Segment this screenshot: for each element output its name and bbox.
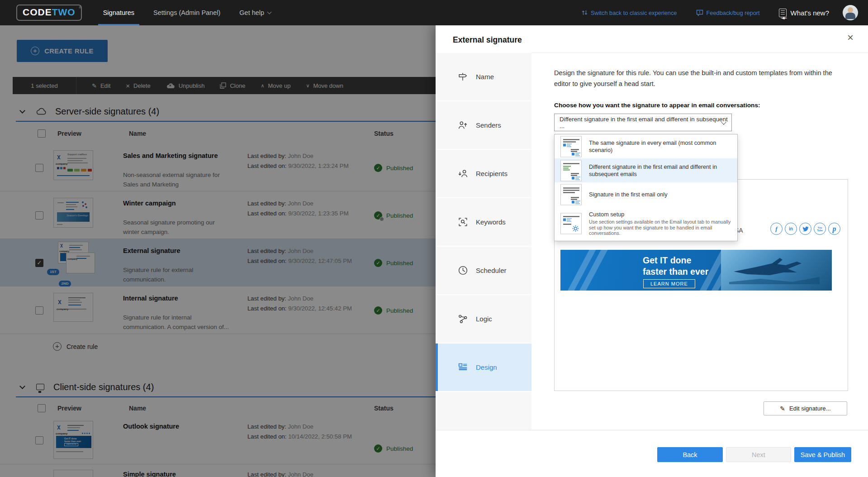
edit-signature-button[interactable]: ✎ Edit signature... xyxy=(764,401,847,415)
promo-banner: Get IT done faster than ever LEARN MORE xyxy=(560,250,832,291)
chevron-down-icon xyxy=(267,10,272,14)
gear-icon xyxy=(572,224,579,232)
banner-line1: Get IT done xyxy=(643,255,691,266)
sidebar-item-keywords[interactable]: Keywords xyxy=(436,198,531,246)
sidebar-item-name[interactable]: Name xyxy=(436,53,531,100)
same-signature-icon xyxy=(560,136,582,157)
clock-icon xyxy=(457,265,469,276)
option-custom-setup[interactable]: Custom setup Use section settings availa… xyxy=(555,206,737,241)
design-layout-icon xyxy=(457,362,469,373)
footer-divider xyxy=(436,430,868,430)
close-icon[interactable]: × xyxy=(844,31,857,44)
save-publish-button[interactable]: Save & Publish xyxy=(794,447,851,462)
keywords-search-icon xyxy=(457,216,469,228)
pencil-icon: ✎ xyxy=(780,405,785,412)
sidebar-item-scheduler[interactable]: Scheduler xyxy=(436,247,531,294)
whats-new-icon: 4 xyxy=(779,9,787,17)
option-different-signature[interactable]: Different signature in the first email a… xyxy=(555,158,737,182)
custom-setup-icon xyxy=(560,213,582,234)
main-nav: Signatures Settings (Admin Panel) Get he… xyxy=(94,0,280,25)
sidebar-filler xyxy=(436,392,531,430)
signpost-icon xyxy=(457,71,469,82)
person-up-arrow-icon xyxy=(457,119,469,131)
option-first-email-only[interactable]: Signature in the first email only xyxy=(555,182,737,206)
feedback-bubble-icon xyxy=(696,10,703,16)
linkedin-icon: in xyxy=(785,223,797,235)
whats-new-button[interactable]: 4 What's new? xyxy=(779,9,829,17)
back-button[interactable]: Back xyxy=(657,447,723,462)
logo-code: CODE xyxy=(23,7,52,17)
facebook-icon: f xyxy=(770,223,783,235)
nav-settings-admin-panel[interactable]: Settings (Admin Panel) xyxy=(144,0,230,25)
person-down-arrow-icon xyxy=(457,168,469,179)
design-step-content: Design the signature for this rule. You … xyxy=(531,53,868,477)
twitter-icon xyxy=(799,223,811,235)
sidebar-item-senders[interactable]: Senders xyxy=(436,101,531,149)
conversation-mode-label: Choose how you want the signature to app… xyxy=(554,102,760,109)
pinterest-icon: p xyxy=(828,223,840,235)
nav-get-help[interactable]: Get help xyxy=(230,0,280,25)
topbar: CODETWO ® Signatures Settings (Admin Pan… xyxy=(0,0,868,25)
nav-signatures[interactable]: Signatures xyxy=(94,0,144,25)
app: CODETWO ® Signatures Settings (Admin Pan… xyxy=(0,0,868,477)
option-same-signature[interactable]: The same signature in every email (most … xyxy=(555,134,737,158)
different-signature-icon xyxy=(560,160,582,181)
registered-mark: ® xyxy=(79,6,82,9)
codetwo-logo[interactable]: CODETWO ® xyxy=(16,5,82,21)
external-signature-dialog: External signature × Name Senders xyxy=(436,25,868,477)
next-button[interactable]: Next xyxy=(726,447,791,462)
sidebar-item-logic[interactable]: Logic xyxy=(436,295,531,343)
dialog-title: External signature xyxy=(453,35,522,45)
dialog-sidebar: Name Senders Recipients xyxy=(436,53,531,430)
conversation-mode-dropdown: The same signature in every email (most … xyxy=(554,134,738,241)
feedback-link[interactable]: Feedback/bug report xyxy=(696,10,760,16)
user-avatar[interactable] xyxy=(843,5,858,20)
social-icons-row: f in YouTube p xyxy=(768,223,840,235)
whats-new-badge: 4 xyxy=(781,18,787,19)
switch-classic-link[interactable]: Switch back to classic experience xyxy=(582,10,677,16)
youtube-icon: YouTube xyxy=(814,223,826,235)
logic-network-icon xyxy=(457,313,469,324)
first-email-only-icon xyxy=(560,184,582,205)
sidebar-item-design[interactable]: Design xyxy=(436,343,531,391)
banner-learn-more: LEARN MORE xyxy=(643,279,695,288)
jet-photo xyxy=(721,250,832,291)
swap-arrows-icon xyxy=(582,10,588,16)
banner-line2: faster than ever xyxy=(643,267,708,277)
conversation-mode-select[interactable]: Different signature in the first email a… xyxy=(554,114,732,131)
sidebar-item-recipients[interactable]: Recipients xyxy=(436,150,531,197)
topbar-right: Switch back to classic experience Feedba… xyxy=(563,5,858,20)
logo-two: TWO xyxy=(52,7,76,17)
design-description: Design the signature for this rule. You … xyxy=(554,67,835,89)
